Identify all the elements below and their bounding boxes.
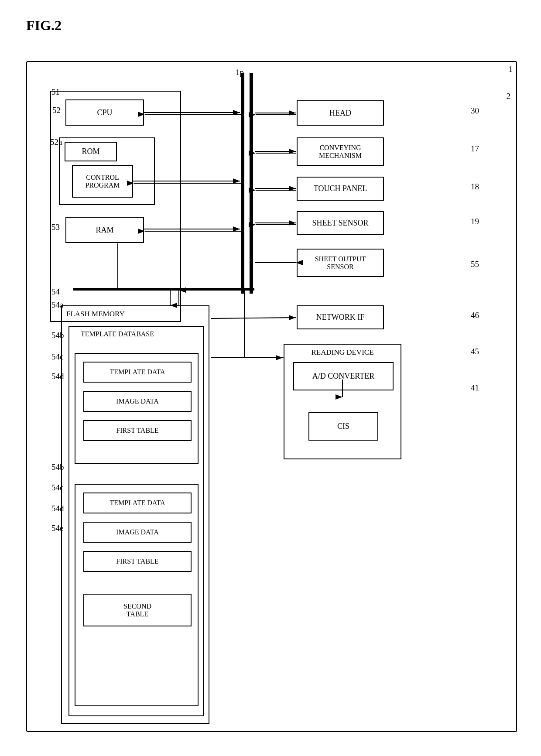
second-table-box: SECOND TABLE <box>83 594 192 626</box>
template-group-2: TEMPLATE DATA IMAGE DATA FIRST TABLE SEC… <box>75 484 199 706</box>
ref-19: 19 <box>471 217 479 226</box>
first-table-1-box: FIRST TABLE <box>83 420 192 441</box>
touch-panel-box: TOUCH PANEL <box>297 177 384 201</box>
ref-46: 46 <box>471 311 479 320</box>
ref-54d1: 54d <box>51 372 64 381</box>
image-data-1-box: IMAGE DATA <box>83 391 192 412</box>
sheet-sensor-box: SHEET SENSOR <box>297 211 384 235</box>
template-group-1: TEMPLATE DATA IMAGE DATA FIRST TABLE <box>75 353 199 464</box>
ref-54e: 54e <box>51 523 63 533</box>
ref-51: 51 <box>51 87 60 97</box>
ref-17: 17 <box>471 144 479 154</box>
ref-54b1: 54b <box>51 331 64 340</box>
ref-30: 30 <box>471 106 479 116</box>
figure-label: FIG.2 <box>26 17 62 34</box>
sheet-output-sensor-box: SHEET OUTPUT SENSOR <box>297 249 384 277</box>
ref-1p: 1p <box>236 68 244 77</box>
ram-box: RAM <box>65 217 144 243</box>
head-box: HEAD <box>297 100 384 126</box>
ref-55: 55 <box>471 260 479 269</box>
network-if-box: NETWORK IF <box>297 305 384 329</box>
ref-45: 45 <box>471 347 479 356</box>
flash-memory-outer: FLASH MEMORY TEMPLATE DATABASE TEMPLATE … <box>61 305 209 724</box>
ref-54b2: 54b <box>51 462 64 472</box>
rom-box: ROM <box>65 142 117 161</box>
ref-54c2: 54c <box>51 483 63 493</box>
flash-memory-label: FLASH MEMORY <box>66 310 125 318</box>
ref-52: 52 <box>52 106 61 115</box>
conveying-mechanism-box: CONVEYING MECHANISM <box>297 137 384 166</box>
first-table-2-box: FIRST TABLE <box>83 551 192 572</box>
ref-54c1: 54c <box>51 352 63 362</box>
control-program-box: CONTROL PROGRAM <box>72 165 133 198</box>
image-data-2-box: IMAGE DATA <box>83 522 192 543</box>
ref-2: 2 <box>507 92 511 101</box>
ref-53: 53 <box>51 222 60 232</box>
template-database-box: TEMPLATE DATABASE TEMPLATE DATA IMAGE DA… <box>68 326 204 716</box>
ref-41: 41 <box>471 383 479 393</box>
reading-device-label: READING DEVICE <box>311 348 373 357</box>
ref-54d2: 54d <box>51 504 64 513</box>
template-database-label: TEMPLATE DATABASE <box>74 330 161 338</box>
ad-converter-box: A/D CONVERTER <box>293 362 394 390</box>
ref-52a: 52a <box>50 137 62 147</box>
cpu-box: CPU <box>65 99 144 126</box>
ref-54: 54 <box>51 287 60 297</box>
template-data-1-box: TEMPLATE DATA <box>83 362 192 383</box>
cis-box: CIS <box>308 412 378 441</box>
template-data-2-box: TEMPLATE DATA <box>83 493 192 513</box>
reading-device-outer: READING DEVICE A/D CONVERTER CIS <box>284 344 401 459</box>
ref-18: 18 <box>471 182 479 192</box>
